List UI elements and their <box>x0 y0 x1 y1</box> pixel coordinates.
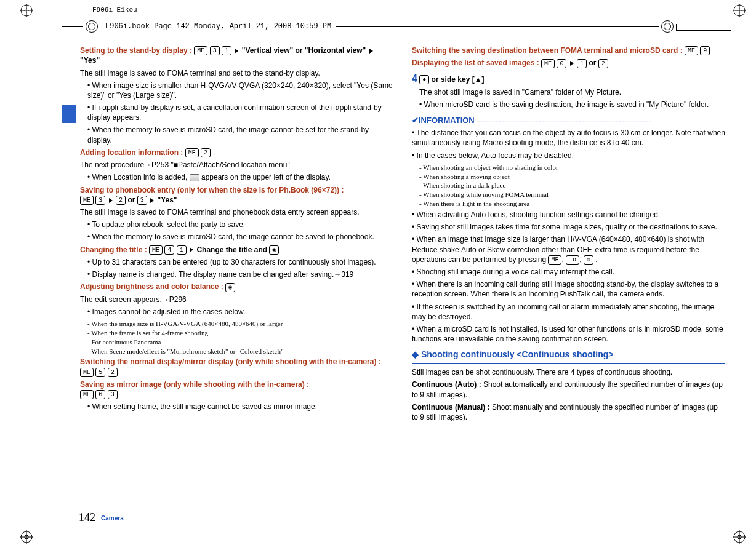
step-number-4: 4 <box>412 73 417 84</box>
arrow-right-icon <box>369 49 373 54</box>
text: - When there is light in the shooting ar… <box>412 199 725 209</box>
key-mail-icon: ✉ <box>584 255 593 265</box>
arrow-right-icon <box>235 49 238 54</box>
key-2-icon: 2 <box>201 148 211 157</box>
key-camera-icon: ◉ <box>269 245 279 255</box>
op-displist-head: Displaying the list of saved images : <box>412 58 541 67</box>
text: When microSD card is the saving destinat… <box>412 100 725 109</box>
page-body: Setting to the stand-by display : ME 3 1… <box>80 44 725 529</box>
registration-mark-icon <box>20 4 31 15</box>
text: Still images can be shot continuously. T… <box>412 367 725 377</box>
calibration-icon <box>676 22 731 31</box>
text: Saving shot still images takes time for … <box>412 222 725 232</box>
op-savemirror-head: Saving as mirror image (only while shoot… <box>80 380 309 389</box>
text: or <box>127 196 137 204</box>
page-number: 142 <box>79 511 95 524</box>
arrow-right-icon <box>150 198 154 203</box>
text: When the memory to save is microSD card,… <box>80 232 393 242</box>
text: Continuous (Manual) : <box>412 403 492 412</box>
text: When image size is smaller than H-QVGA/V… <box>80 81 393 100</box>
subsection-title: ◆ Shooting continuously <Continuous shoo… <box>412 349 725 360</box>
text: - For continuous Panorama <box>80 338 393 347</box>
text: The edit screen appears.→P296 <box>80 295 393 304</box>
key-ir-icon: iα <box>566 255 579 265</box>
key-2-icon: 2 <box>108 368 118 377</box>
key-me-icon: ME <box>185 148 199 157</box>
key-me-icon: ME <box>80 390 94 399</box>
text: When Location info is added, appears on … <box>80 172 393 182</box>
text: When there is an incoming call during st… <box>412 279 725 299</box>
key-center-icon: ● <box>419 75 429 84</box>
key-me-icon: ME <box>541 59 555 68</box>
section-rule <box>412 363 725 364</box>
text: - When shooting an object with no shadin… <box>412 163 725 172</box>
text: - When the frame is set for 4-frame shoo… <box>80 328 393 338</box>
text: When setting frame, the still image cann… <box>80 402 393 412</box>
key-3-icon: 3 <box>137 196 147 205</box>
section-tab <box>62 105 76 123</box>
text: Display name is changed. The display nam… <box>80 269 393 279</box>
step-4-title: or side key [▲] <box>432 75 485 84</box>
key-9-icon: 9 <box>700 46 710 55</box>
key-6-icon: 6 <box>95 390 105 399</box>
text: The still image is saved to FOMA termina… <box>80 68 393 78</box>
key-0-icon: 0 <box>557 59 566 68</box>
op-standby-yes: "Yes" <box>80 56 100 65</box>
text: The next procedure→P253 "■Paste/Attach/S… <box>80 160 393 170</box>
registration-mark-icon <box>20 530 31 541</box>
text: When a microSD card is not installed, is… <box>412 324 725 344</box>
text: If i- <box>92 103 103 112</box>
op-adjust-head: Adjusting brightness and color balance : <box>80 282 225 291</box>
key-me-icon: ME <box>149 245 163 255</box>
text: Shooting still image during a voice call… <box>412 267 725 277</box>
locationinfo-icon <box>190 174 199 181</box>
key-3-icon: 3 <box>108 390 118 399</box>
text: - When shooting in a dark place <box>412 181 725 190</box>
key-1-icon: 1 <box>577 59 587 68</box>
text: - When shooting while moving FOMA termin… <box>412 190 725 199</box>
dashed-rule: ----------------------------------------… <box>475 116 653 125</box>
text: . <box>595 255 597 264</box>
text: - When shooting a moving object <box>412 172 725 181</box>
op-mirror-head: Switching the normal display/mirror disp… <box>80 357 381 366</box>
key-2-icon: 2 <box>598 59 608 68</box>
text: Change the title and <box>196 245 269 254</box>
key-me-icon: ME <box>548 255 561 265</box>
text: The distance that you can focus on the o… <box>412 128 725 148</box>
key-me-icon: ME <box>80 368 94 377</box>
information-heading: ✔INFORMATION <box>412 116 475 125</box>
key-camera-icon: ◉ <box>225 283 235 292</box>
header-filename: F906i_E1kou <box>92 6 137 14</box>
op-savepb-head: Saving to phonebook entry (only for when… <box>80 186 344 194</box>
arrow-right-icon <box>570 61 574 66</box>
text: Up to 31 characters can be entered (up t… <box>80 257 393 267</box>
op-addloc-head: Adding location information : <box>80 148 185 157</box>
key-me-icon: ME <box>80 196 94 205</box>
text: If i-αppli stand-by display is set, a ca… <box>80 103 393 122</box>
text: The shot still image is saved in "Camera… <box>412 87 725 97</box>
key-me-icon: ME <box>194 46 207 55</box>
text: "Yes" <box>157 196 177 204</box>
book-infobar: F906i.book Page 142 Monday, April 21, 20… <box>62 17 731 36</box>
key-1-icon: 1 <box>222 46 231 55</box>
text: The still image is saved to FOMA termina… <box>80 207 393 217</box>
text: If the screen is switched by an incoming… <box>412 302 725 322</box>
page-category: Camera <box>101 515 124 522</box>
text: - When the image size is H-VGA/V-VGA (64… <box>80 319 393 328</box>
text: - When Scene mode/effect is "Monochrome … <box>80 347 393 356</box>
text: When Location info is added, <box>92 173 190 181</box>
key-2-icon: 2 <box>116 196 126 205</box>
text: or <box>589 58 598 67</box>
text: To update phonebook, select the party to… <box>80 220 393 229</box>
op-standby-head: Setting to the stand-by display : <box>80 46 194 55</box>
text: Images cannot be adjusted in the cases b… <box>80 307 393 317</box>
text: When activating Auto focus, shooting fun… <box>412 210 725 220</box>
key-me-icon: ME <box>685 46 698 55</box>
key-1-icon: 1 <box>177 245 187 255</box>
op-chtitle-head: Changing the title : <box>80 245 149 254</box>
book-infobar-text: F906i.book Page 142 Monday, April 21, 20… <box>100 22 336 31</box>
op-standby-options: "Vertical view" or "Horizontal view" <box>242 46 366 55</box>
left-column: Setting to the stand-by display : ME 3 1… <box>80 44 393 529</box>
text: Continuous (Auto) : <box>412 380 483 389</box>
target-icon <box>661 20 674 33</box>
